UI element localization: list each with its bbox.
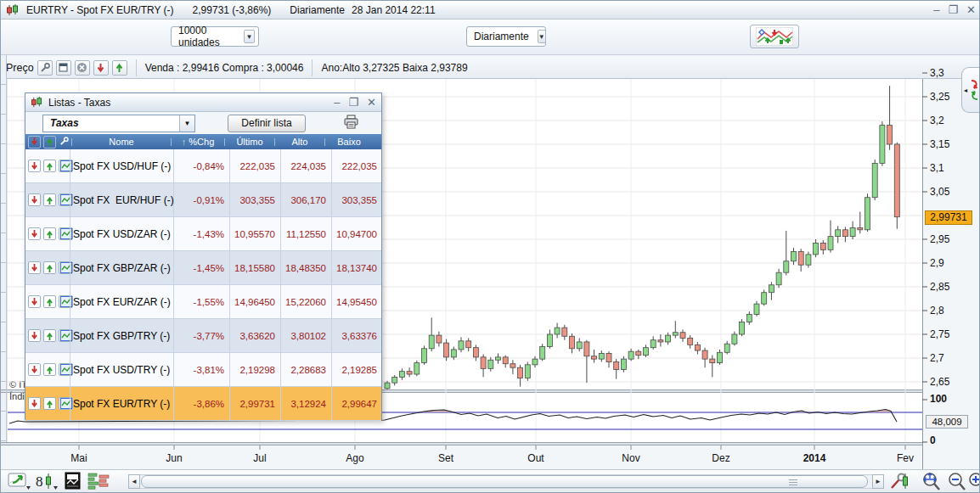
open-chart-button[interactable]: [59, 363, 73, 376]
sell-button[interactable]: [28, 193, 41, 206]
left-splitter[interactable]: [1, 55, 7, 469]
y-axis-tick: 2,9: [930, 257, 944, 269]
value-low: 303,355: [341, 195, 377, 205]
x-axis-month-label: Jul: [253, 452, 266, 464]
sell-button[interactable]: [28, 261, 41, 274]
chevron-down-icon[interactable]: ▼: [179, 115, 194, 132]
buy-row-icon: [45, 297, 54, 307]
sell-button[interactable]: [28, 329, 41, 342]
column-settings-wrench-icon[interactable]: [56, 137, 71, 148]
chart-settings-icon[interactable]: [889, 472, 910, 493]
news-page-icon[interactable]: [64, 472, 82, 493]
chart-style-button[interactable]: [750, 25, 799, 48]
sell-row-icon: [30, 229, 39, 239]
y-axis-tick: 3,1: [930, 162, 944, 174]
buy-button[interactable]: [43, 329, 56, 342]
instrument-name: Spot FX USD/TRY (-): [73, 364, 170, 376]
open-chart-button[interactable]: [59, 227, 73, 240]
buy-button[interactable]: [43, 160, 56, 172]
market-depth-icon[interactable]: [87, 472, 110, 493]
scrollbar-track[interactable]: [140, 474, 872, 489]
value-high: 15,22060: [285, 297, 326, 307]
rates-window-titlebar[interactable]: Listas - Taxas – ❐ ✕: [25, 93, 381, 112]
sell-row-icon: [30, 161, 39, 171]
rates-table-row[interactable]: Spot FX USD/ZAR (-)-1,43%10,9557011,1255…: [25, 217, 381, 251]
chart-type-icon[interactable]: 8: [35, 472, 59, 493]
zoom-fit-icon[interactable]: [920, 472, 942, 493]
open-chart-button[interactable]: [59, 193, 73, 206]
column-header-chg[interactable]: ↑ %Chg: [172, 137, 224, 147]
chevron-down-icon[interactable]: ▼: [538, 30, 546, 43]
buy-row-icon: [45, 263, 54, 273]
column-header-low[interactable]: Baixo: [325, 137, 373, 147]
buy-arrow-icon[interactable]: [112, 60, 127, 76]
rates-table-row[interactable]: Spot FX GBP/TRY (-)-3,77%3,636203,801023…: [25, 319, 381, 353]
zoom-out-icon[interactable]: [945, 472, 967, 493]
column-header-high[interactable]: Alto: [275, 137, 324, 147]
value-low: 14,95450: [336, 297, 377, 307]
maximize-button[interactable]: ❐: [348, 94, 358, 111]
sell-button[interactable]: [28, 295, 41, 308]
rates-list-window[interactable]: Listas - Taxas – ❐ ✕ Taxas ▼ Definir lis…: [25, 92, 382, 420]
sell-button[interactable]: [28, 397, 41, 410]
print-icon[interactable]: [343, 115, 359, 132]
open-chart-button[interactable]: [59, 160, 73, 172]
chevron-down-icon[interactable]: ▼: [244, 30, 255, 43]
open-chart-button[interactable]: [59, 397, 73, 410]
sort-up-icon[interactable]: [43, 136, 56, 148]
chart-capture-icon[interactable]: [8, 472, 31, 493]
maximize-button[interactable]: ❐: [948, 2, 958, 19]
open-chart-button[interactable]: [59, 295, 73, 308]
window-icon[interactable]: [56, 60, 71, 76]
sell-arrow-icon[interactable]: [93, 60, 109, 76]
define-list-button[interactable]: Definir lista: [228, 115, 306, 132]
minimize-button[interactable]: –: [933, 2, 939, 19]
buy-button[interactable]: [43, 227, 56, 240]
rates-table-row[interactable]: Spot FX EUR/TRY (-)-3,86%2,997313,129242…: [25, 387, 381, 421]
list-selector-dropdown[interactable]: Taxas ▼: [42, 115, 195, 132]
chart-toolbar: 10000 unidades ▼ Diariamente ▼: [1, 20, 980, 55]
scrollbar-thumb[interactable]: [141, 475, 868, 488]
sell-button[interactable]: [28, 160, 41, 172]
buy-row-icon: [45, 399, 54, 409]
scroll-right-button[interactable]: ►: [872, 474, 884, 489]
units-dropdown[interactable]: 10000 unidades ▼: [171, 26, 259, 47]
rates-table-row[interactable]: Spot FX USD/HUF (-)-0,84%222,035224,0352…: [25, 149, 381, 183]
buy-button[interactable]: [43, 363, 56, 376]
wrench-icon[interactable]: [37, 60, 53, 76]
period-dropdown[interactable]: Diariamente ▼: [466, 26, 546, 47]
value-chg: -1,45%: [194, 263, 224, 273]
buy-button[interactable]: [43, 261, 56, 274]
minimize-button[interactable]: –: [334, 94, 340, 111]
sell-button[interactable]: [28, 363, 41, 376]
sort-down-icon[interactable]: [28, 136, 41, 148]
close-pane-icon[interactable]: [75, 60, 90, 76]
zoom-in-icon[interactable]: [966, 472, 980, 493]
sell-button[interactable]: [28, 227, 41, 240]
open-chart-button[interactable]: [59, 261, 73, 274]
title-price: 2,99731 (-3,86%): [193, 4, 272, 16]
column-header-last[interactable]: Último: [225, 137, 274, 147]
scroll-left-button[interactable]: ◄: [128, 474, 140, 489]
buy-button[interactable]: [43, 193, 56, 206]
value-high: 306,170: [290, 195, 326, 205]
list-selector-value: Taxas: [50, 117, 79, 129]
rates-table-header[interactable]: Nome↑ %ChgÚltimoAltoBaixo: [25, 134, 381, 149]
value-last: 2,99731: [239, 399, 275, 409]
buy-button[interactable]: [43, 397, 56, 410]
close-button[interactable]: ✕: [367, 94, 376, 111]
rates-table-row[interactable]: Spot FX GBP/ZAR (-)-1,45%18,1558018,4835…: [25, 251, 381, 285]
x-axis-month-label: 2014: [803, 452, 826, 464]
refresh-tab[interactable]: ◄: [961, 67, 980, 113]
horizontal-scrollbar[interactable]: ◄ ►: [128, 474, 884, 489]
candlestick-icon: [31, 97, 43, 108]
rates-window-toolbar: Taxas ▼ Definir lista: [25, 112, 381, 134]
rates-table-row[interactable]: Spot FX EUR/HUF (-)-0,91%303,355306,1703…: [25, 183, 381, 217]
x-axis-month-label: Ago: [346, 452, 363, 464]
open-chart-button[interactable]: [59, 329, 73, 342]
rates-table-row[interactable]: Spot FX EUR/ZAR (-)-1,55%14,9645015,2206…: [25, 285, 381, 319]
rates-table-row[interactable]: Spot FX USD/TRY (-)-3,81%2,192982,286832…: [25, 353, 381, 387]
close-button[interactable]: ✕: [966, 2, 976, 19]
buy-button[interactable]: [43, 295, 56, 308]
column-header-name[interactable]: Nome: [72, 137, 171, 147]
